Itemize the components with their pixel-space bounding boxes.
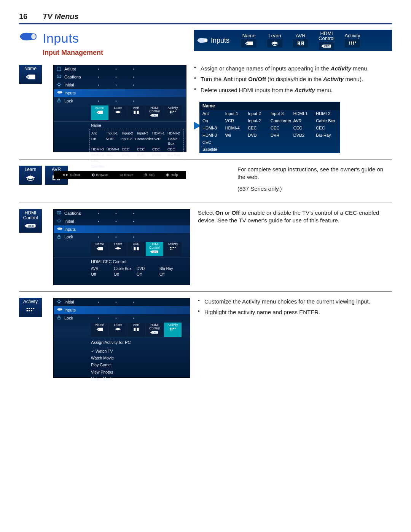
activity-item: Watch TV xyxy=(91,348,187,355)
menu-side-label: Inputs xyxy=(64,307,76,313)
adjust-icon xyxy=(57,67,62,72)
tag-icon xyxy=(25,72,36,81)
banner-col-learn: Learn xyxy=(263,33,287,48)
para: Select On or Off to enable or disable th… xyxy=(198,209,392,225)
svg-point-8 xyxy=(302,44,303,45)
cec-value: Off xyxy=(137,272,159,277)
svg-text:CEC: CEC xyxy=(153,115,157,117)
menu-side-label: Lock xyxy=(64,315,73,321)
menu-side-label: Lock xyxy=(64,98,73,104)
speakers-icon xyxy=(293,39,308,48)
footer-help: ◉ Help xyxy=(166,173,178,177)
table-row: AntInput-1Input-2Input-3HDMI-1HDMI-2 xyxy=(91,131,182,136)
activity-item: Listen Music xyxy=(91,375,187,382)
title-left: Inputs Input Management xyxy=(19,30,103,57)
svg-rect-36 xyxy=(173,111,174,112)
banner-label: Activity xyxy=(344,33,360,38)
activity-item: Play Game xyxy=(91,361,187,368)
table-row: OnVCRInput-2CamcorderAVRCable Box xyxy=(91,136,182,147)
activity-item: Watch Movie xyxy=(91,355,187,361)
tile-hdmi: HDMI Control CEC xyxy=(19,209,42,233)
banner-col-hdmi: HDMI Control CEC xyxy=(315,31,338,50)
tile-label: Activity xyxy=(23,299,38,304)
menu-side-row: CCaptions••• xyxy=(54,73,186,81)
svg-point-80 xyxy=(61,309,62,310)
svg-rect-16 xyxy=(351,43,352,45)
svg-rect-81 xyxy=(58,317,60,319)
svg-text:CEC: CEC xyxy=(153,251,157,253)
menu-tab: Name xyxy=(91,323,108,337)
side-tiles: Name xyxy=(19,65,46,84)
banner-inputs-label: Inputs xyxy=(211,36,229,45)
svg-rect-87 xyxy=(170,328,171,329)
svg-rect-17 xyxy=(353,43,354,45)
section-name: Name Adjust•••CCaptions•••Initial•••Inpu… xyxy=(19,65,392,159)
page-subtitle: Input Management xyxy=(43,48,103,57)
table-row: HDMI-3HDMI-4CECCECCECCEC xyxy=(91,147,182,152)
activity-item: View Photos xyxy=(91,369,187,375)
lock-icon xyxy=(57,235,62,240)
section-hdmi-control: HDMI Control CEC CCaptions•••Initial•••I… xyxy=(19,203,392,291)
section-activity: Activity Initial•••InputsLock••• NameLea… xyxy=(19,291,392,384)
banner-label: AVR xyxy=(296,33,306,38)
section4-text: •Customize the Activity menu choices for… xyxy=(198,298,392,320)
svg-point-50 xyxy=(58,220,60,222)
inputs-banner: Inputs Name Learn AVR HDMI Control CEC A… xyxy=(194,30,392,51)
name-callout-table: Name AntInput-1Input-2Input-3HDMI-1HDMI-… xyxy=(199,102,340,153)
table-row: HDMI-3WiiDVDDVRDVD2Blu-Ray xyxy=(91,152,182,158)
footer-exit: ⊖ Exit xyxy=(144,173,155,177)
svg-point-0 xyxy=(31,34,36,39)
svg-rect-15 xyxy=(349,43,350,45)
menu-side-row: Initial••• xyxy=(54,81,186,89)
cec-value: Off xyxy=(159,272,182,277)
tile-label: Name xyxy=(24,66,37,71)
cec-icon: CEC xyxy=(319,42,334,50)
menu-tab: Name xyxy=(91,105,108,120)
svg-rect-58 xyxy=(134,247,135,250)
svg-rect-28 xyxy=(58,100,60,102)
svg-rect-89 xyxy=(173,328,174,329)
svg-point-1 xyxy=(204,39,207,42)
svg-rect-30 xyxy=(134,111,135,114)
menu-tab: Activity xyxy=(164,105,182,120)
svg-rect-31 xyxy=(137,111,139,114)
svg-point-2 xyxy=(247,43,248,44)
callout-arrow: Name AntInput-1Input-2Input-3HDMI-1HDMI-… xyxy=(194,98,392,153)
plug-icon xyxy=(19,30,37,43)
svg-rect-56 xyxy=(58,236,60,238)
svg-rect-84 xyxy=(137,328,139,331)
menu-side-row: Inputs xyxy=(54,306,190,314)
svg-point-55 xyxy=(61,228,62,229)
menu-side-row: Lock••• xyxy=(54,233,190,241)
svg-text:CEC: CEC xyxy=(324,45,330,48)
bullet: •Assign or change names of inputs appear… xyxy=(194,65,392,72)
lock-icon xyxy=(57,98,62,104)
svg-point-57 xyxy=(98,248,99,249)
menu-side-row: Initial••• xyxy=(54,217,190,225)
section3-text: Select On or Off to enable or disable th… xyxy=(198,209,392,228)
plug-icon xyxy=(57,307,62,313)
captions-icon: C xyxy=(57,211,62,216)
menu-side-label: Inputs xyxy=(64,227,76,232)
menu-tab: Activity xyxy=(164,323,182,337)
table-row: CEC xyxy=(91,158,182,164)
menu-tab: Learn xyxy=(109,242,127,256)
menu-side-label: Captions xyxy=(64,74,81,80)
section-learn-avr: Learn AVR For complete setup instruction… xyxy=(19,159,392,203)
tag-icon xyxy=(241,39,256,48)
menu-side-row: Lock••• xyxy=(54,314,190,322)
bullet: •Delete unused HDMI inputs from the Acti… xyxy=(194,86,392,94)
section2-text: For complete setup instructions, see the… xyxy=(237,166,392,197)
svg-rect-72 xyxy=(27,310,28,311)
page-header: 16 TV Menus xyxy=(19,11,392,24)
gear-icon xyxy=(57,299,62,305)
svg-rect-92 xyxy=(172,329,173,331)
svg-point-6 xyxy=(302,42,303,43)
tile-activity: Activity xyxy=(19,298,42,317)
side-tiles: HDMI Control CEC xyxy=(19,209,46,233)
menu-side-label: Initial xyxy=(64,219,74,224)
svg-text:C: C xyxy=(58,75,60,78)
grad-cap-icon xyxy=(267,39,282,48)
menu-tab: AVR xyxy=(127,105,145,120)
svg-point-75 xyxy=(58,300,60,303)
